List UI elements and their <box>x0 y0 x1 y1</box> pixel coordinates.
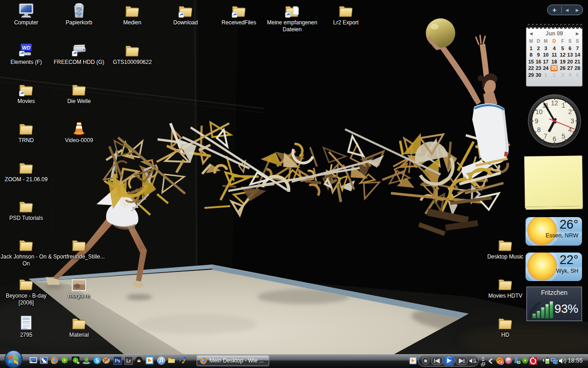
svg-text:S: S <box>95 357 99 364</box>
svg-text:9: 9 <box>535 117 538 125</box>
svg-text:5: 5 <box>562 132 565 140</box>
svg-text:2: 2 <box>568 108 572 115</box>
svg-text:6: 6 <box>553 135 556 143</box>
svg-text:Ps: Ps <box>115 358 121 363</box>
svg-text:10: 10 <box>535 108 543 115</box>
svg-text:12: 12 <box>551 99 558 107</box>
svg-text:7: 7 <box>544 132 548 140</box>
svg-text:3: 3 <box>571 117 574 125</box>
svg-text:Lr: Lr <box>126 358 131 363</box>
svg-text:1: 1 <box>562 102 565 109</box>
svg-text:8: 8 <box>537 126 541 133</box>
svg-text:WD: WD <box>22 45 30 51</box>
